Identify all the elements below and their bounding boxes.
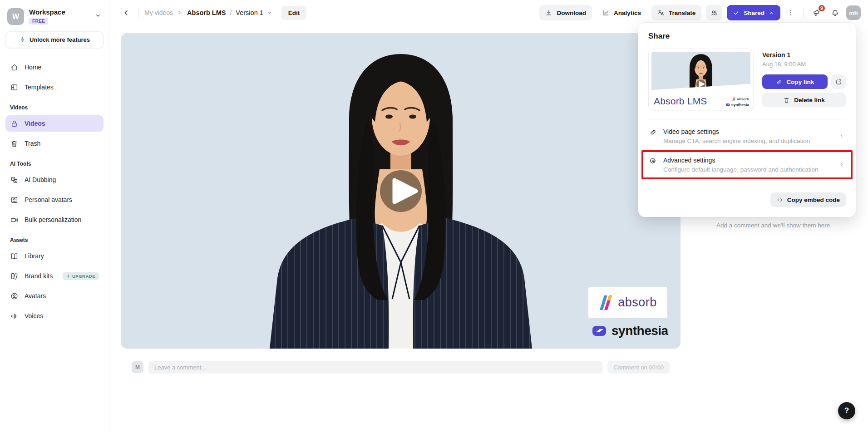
topbar: My videos > Absorb LMS / Version 1 Edit …: [109, 0, 868, 25]
comment-avatar: M: [132, 361, 143, 373]
sidebar-item-avatars[interactable]: Avatars: [5, 288, 104, 304]
comment-input[interactable]: [148, 361, 602, 374]
divider: [138, 8, 139, 18]
sidebar-item-personal-avatars[interactable]: Personal avatars: [5, 192, 104, 208]
video-page-settings-title: Video page settings: [663, 128, 832, 135]
sidebar-item-home[interactable]: Home: [5, 59, 104, 75]
collaborators-button[interactable]: [706, 5, 722, 20]
absorb-logo-mark-icon: [599, 295, 613, 311]
breadcrumb-parent[interactable]: My videos: [144, 9, 173, 16]
absorb-logo-text: absorb: [618, 295, 657, 310]
thumbnail-logos: absorb synthesia: [726, 97, 749, 107]
workspace-avatar: W: [7, 8, 24, 25]
copy-link-label: Copy link: [787, 79, 814, 85]
translate-label: Translate: [669, 10, 695, 16]
trash-icon: [10, 139, 19, 148]
code-icon: [776, 197, 783, 203]
open-link-button[interactable]: [831, 74, 846, 89]
divider: [803, 8, 804, 18]
analytics-button[interactable]: Analytics: [597, 5, 647, 20]
section-label-ai-tools: AI Tools: [5, 161, 104, 167]
share-version-date: Aug 18, 9:00 AM: [762, 61, 846, 68]
sidebar-item-label: Library: [25, 252, 44, 260]
link-icon: [649, 128, 657, 136]
lock-icon: [10, 119, 19, 128]
absorb-logo: absorb: [588, 287, 667, 318]
video-player[interactable]: absorb synthesia: [121, 33, 681, 349]
translate-icon: [657, 9, 665, 16]
edit-button[interactable]: Edit: [281, 6, 307, 20]
back-button[interactable]: [119, 6, 133, 20]
workspace-switcher[interactable]: W Workspace FREE: [5, 7, 104, 25]
translate-button[interactable]: Translate: [651, 5, 701, 20]
gear-icon: [649, 157, 657, 165]
bell-icon: [831, 9, 839, 17]
sidebar-item-templates[interactable]: Templates: [5, 79, 104, 95]
upgrade-badge-label: UPGRADE: [72, 274, 95, 279]
comment-submit-button[interactable]: Comment on 00:00: [607, 361, 670, 374]
share-version-label: Version 1: [762, 51, 846, 59]
camera-icon: [10, 216, 19, 224]
sidebar-item-label: Voices: [25, 312, 43, 320]
chevron-down-icon: [266, 10, 272, 16]
notifications-button[interactable]: [828, 6, 842, 20]
sidebar-item-label: Home: [25, 64, 41, 71]
chevron-left-icon: [122, 9, 130, 17]
version-label: Version 1: [236, 9, 263, 16]
sidebar-item-label: Videos: [25, 120, 45, 127]
unlock-features-label: Unlock more features: [30, 36, 90, 43]
copy-link-button[interactable]: Copy link: [762, 74, 828, 89]
breadcrumb-title: Absorb LMS: [187, 9, 226, 16]
external-link-icon: [835, 79, 842, 85]
waveform-icon: [10, 312, 19, 320]
book-icon: [10, 252, 19, 261]
shared-button[interactable]: Shared: [727, 5, 780, 20]
plan-badge: FREE: [29, 18, 48, 25]
workspace-name: Workspace: [29, 8, 65, 16]
advanced-settings-row[interactable]: Advanced settings Configure default lang…: [641, 150, 853, 179]
delete-link-button[interactable]: Delete link: [762, 93, 846, 107]
swatch-icon: [10, 272, 19, 280]
breadcrumb-slash: /: [230, 9, 232, 16]
announcements-button[interactable]: 9: [810, 5, 824, 20]
copy-embed-code-button[interactable]: Copy embed code: [770, 192, 846, 207]
chevron-up-icon: [769, 10, 774, 16]
unlock-features-button[interactable]: Unlock more features: [5, 31, 104, 48]
sidebar-item-voices[interactable]: Voices: [5, 308, 104, 324]
thumbnail-synthesia-text: synthesia: [731, 103, 749, 107]
video-page-settings-row[interactable]: Video page settings Manage CTA, search e…: [648, 123, 846, 149]
absorb-logo-mark-icon: [732, 97, 735, 101]
sidebar-item-label: Bulk personalization: [25, 216, 81, 223]
notification-badge: 9: [818, 4, 826, 12]
chevron-down-icon: [94, 12, 102, 19]
sidebar-item-trash[interactable]: Trash: [5, 135, 104, 152]
more-options-button[interactable]: [785, 5, 797, 20]
analytics-label: Analytics: [614, 10, 641, 16]
sidebar: W Workspace FREE Unlock more features Ho…: [0, 0, 109, 433]
advanced-settings-title: Advanced settings: [663, 157, 832, 164]
kebab-menu-icon: [787, 9, 794, 16]
video-thumbnail-card[interactable]: Absorb LMS absorb synthesia: [648, 49, 754, 110]
version-selector[interactable]: Version 1: [236, 9, 272, 16]
sidebar-item-label: Templates: [25, 84, 54, 91]
link-icon: [776, 79, 783, 85]
delete-link-label: Delete link: [794, 97, 825, 103]
sidebar-item-ai-dubbing[interactable]: AI Dubbing: [5, 172, 104, 188]
divider: [648, 119, 846, 119]
download-button[interactable]: Download: [539, 5, 592, 20]
sidebar-item-videos[interactable]: Videos: [5, 115, 104, 132]
sidebar-item-label: Brand kits: [25, 272, 53, 280]
help-button[interactable]: ?: [838, 402, 855, 419]
person-card-icon: [10, 196, 19, 204]
user-avatar[interactable]: mh: [846, 5, 861, 20]
sidebar-item-brand-kits[interactable]: Brand kits UPGRADE: [5, 268, 104, 284]
sidebar-item-bulk-personalization[interactable]: Bulk personalization: [5, 212, 104, 228]
copy-embed-code-label: Copy embed code: [787, 197, 840, 203]
sidebar-item-label: Personal avatars: [25, 196, 72, 203]
sidebar-item-library[interactable]: Library: [5, 248, 104, 264]
video-page-settings-subtitle: Manage CTA, search engine indexing, and …: [663, 138, 832, 144]
synthesia-logo-mark-icon: [592, 325, 607, 337]
synthesia-logo: synthesia: [592, 324, 668, 338]
lightning-icon: [19, 36, 26, 43]
check-icon: [733, 10, 740, 16]
